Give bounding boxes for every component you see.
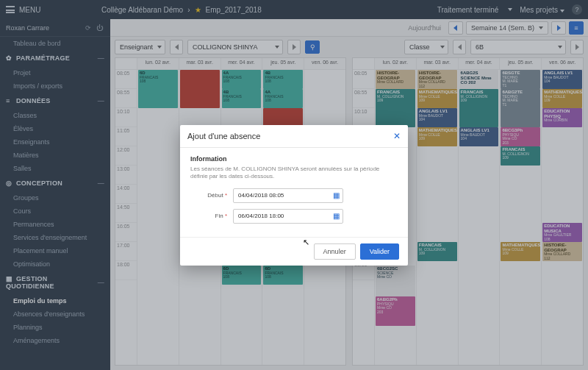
start-label: Début * <box>190 192 227 199</box>
modal-title: Ajout d'une absence <box>187 132 260 140</box>
end-label: Fin * <box>190 213 227 219</box>
validate-button[interactable]: Valider <box>360 243 399 260</box>
start-date-input[interactable]: 04/04/2018 08:05▦ <box>233 188 343 203</box>
end-date-input[interactable]: 06/04/2018 18:00▦ <box>233 209 343 224</box>
cancel-button[interactable]: Annuler <box>314 243 356 260</box>
absence-modal: Ajout d'une absence ✕ Information Les sé… <box>180 125 408 266</box>
modal-info-text: Les séances de M. COLLIGNON SHINYA seron… <box>190 166 398 181</box>
close-icon[interactable]: ✕ <box>393 131 401 141</box>
calendar-icon[interactable]: ▦ <box>333 191 340 199</box>
calendar-icon[interactable]: ▦ <box>333 212 340 220</box>
modal-section-title: Information <box>190 155 398 163</box>
